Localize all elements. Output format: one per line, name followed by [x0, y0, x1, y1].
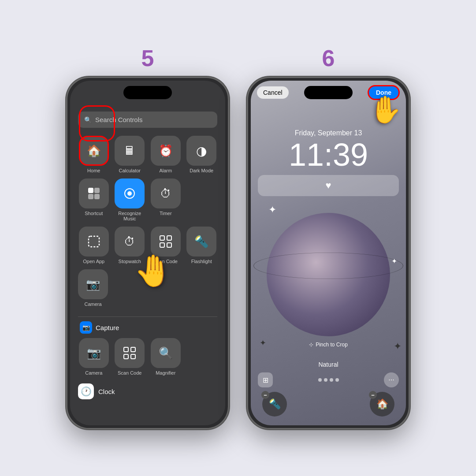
search-controls-text: Search Controls — [95, 116, 143, 123]
control-darkmode[interactable]: ◑ Dark Mode — [186, 136, 218, 173]
darkmode-icon: ◑ — [186, 136, 216, 166]
control-alarm[interactable]: ⏰ Alarm — [150, 136, 182, 173]
control-camera-main[interactable]: 📷 Camera — [78, 269, 108, 307]
calculator-icon: 🖩 — [115, 136, 145, 166]
capture-magnifier[interactable]: 🔍 Magnifier — [150, 338, 182, 376]
phone-6-inner: Cancel Done 🤚 Friday, September 13 11:39… — [251, 81, 406, 425]
stopwatch-label: Stopwatch — [119, 259, 141, 264]
calculator-label: Calculator — [119, 168, 141, 173]
search-bar[interactable]: 🔍 Search Controls — [78, 112, 217, 128]
svg-rect-1 — [94, 188, 100, 193]
sparkle-1: ✦ — [268, 204, 276, 216]
section-divider — [78, 316, 217, 317]
svg-rect-8 — [160, 243, 164, 247]
home-label: Home — [87, 168, 100, 173]
open-app-icon — [79, 227, 109, 257]
camera-main-label: Camera — [84, 301, 101, 307]
control-calculator[interactable]: 🖩 Calculator — [114, 136, 146, 173]
ls-home-btn[interactable]: − 🏠 — [370, 392, 394, 416]
pinch-label: Pinch to Crop — [316, 342, 348, 348]
ls-controls-row: − 🔦 − 🏠 — [258, 392, 399, 416]
ls-widget: ♥ — [258, 175, 399, 196]
controls-row-3: Open App ⏱ Stopwatch Scan Code — [78, 227, 217, 264]
alarm-label: Alarm — [159, 168, 172, 173]
capture-scan-icon — [115, 338, 145, 368]
done-button[interactable]: Done — [368, 85, 400, 100]
ls-heart-icon: ♥ — [325, 180, 331, 191]
capture-camera-icon: 📷 — [79, 338, 109, 368]
control-shortcut[interactable]: Shortcut — [78, 178, 110, 221]
ls-time: 11:39 — [289, 139, 368, 171]
recognize-music-icon — [115, 178, 145, 208]
svg-rect-2 — [88, 194, 93, 199]
open-app-label: Open App — [83, 259, 104, 264]
ls-orbit — [253, 253, 403, 279]
control-stopwatch[interactable]: ⏱ Stopwatch — [114, 227, 146, 264]
home-minus: − — [369, 391, 377, 399]
svg-rect-7 — [167, 236, 171, 240]
search-icon: 🔍 — [84, 116, 92, 123]
capture-section-label: Capture — [96, 324, 119, 331]
capture-section-header: 📷 Capture — [78, 321, 217, 334]
clock-icon: 🕐 — [78, 383, 94, 399]
ls-bottom: Natural ⊞ ··· — [251, 357, 406, 425]
lockscreen: Friday, September 13 11:39 ♥ ✦ ✦ ✦ — [251, 81, 406, 425]
phone-6: Cancel Done 🤚 Friday, September 13 11:39… — [247, 77, 410, 429]
controls-row-2: Shortcut Recognize Music ⏱ Timer — [78, 178, 217, 221]
ls-more-icon[interactable]: ··· — [384, 372, 399, 387]
alarm-icon: ⏰ — [151, 136, 181, 166]
timer-icon: ⏱ — [151, 178, 181, 208]
capture-camera[interactable]: 📷 Camera — [78, 338, 110, 376]
control-recognize-music[interactable]: Recognize Music — [114, 178, 146, 221]
darkmode-label: Dark Mode — [190, 168, 213, 173]
svg-rect-5 — [89, 236, 99, 247]
svg-rect-0 — [88, 188, 93, 193]
step-6: 6 Cancel Done 🤚 Friday, September 13 11:… — [247, 47, 410, 429]
cancel-button[interactable]: Cancel — [257, 86, 289, 99]
svg-rect-6 — [160, 236, 164, 240]
control-home[interactable]: 🏠 Home — [78, 136, 110, 173]
pinch-to-crop: ⊹ Pinch to Crop — [309, 342, 348, 348]
capture-scan[interactable]: Scan Code — [114, 338, 146, 376]
step-6-number: 6 — [322, 47, 335, 70]
phone1-screen: 🔍 Search Controls 🏠 Home 🖩 Calculator — [70, 81, 225, 425]
shortcut-icon — [79, 178, 109, 208]
phone-5: 🤚 🔍 Search Controls 🏠 Home — [66, 77, 229, 429]
clock-row: 🕐 Clock — [78, 382, 217, 401]
ls-dot-4 — [335, 378, 339, 382]
ls-dots — [318, 378, 339, 382]
control-timer[interactable]: ⏱ Timer — [150, 178, 182, 221]
sparkle-3: ✦ — [260, 338, 266, 348]
control-flashlight[interactable]: 🔦 Flashlight — [186, 227, 218, 264]
capture-camera-label: Camera — [85, 370, 102, 376]
ls-flashlight-btn[interactable]: − 🔦 — [262, 392, 287, 416]
svg-rect-11 — [131, 347, 135, 352]
recognize-music-label: Recognize Music — [114, 211, 146, 221]
flashlight-minus: − — [261, 391, 269, 399]
control-open-app[interactable]: Open App — [78, 227, 110, 264]
control-empty — [186, 178, 218, 221]
sparkle-4: ✦ — [394, 341, 402, 352]
capture-magnifier-label: Magnifier — [156, 370, 175, 376]
control-scan-code[interactable]: Scan Code — [150, 227, 182, 264]
svg-point-4 — [127, 191, 132, 196]
lockscreen-top: Friday, September 13 11:39 ♥ — [251, 105, 406, 200]
main-container: 5 🤚 🔍 Search Controls — [48, 29, 428, 447]
dynamic-island-6 — [304, 86, 353, 99]
ls-gallery-icon[interactable]: ⊞ — [258, 372, 273, 387]
svg-rect-3 — [94, 194, 100, 199]
stopwatch-icon: ⏱ — [115, 227, 145, 257]
flashlight-label: Flashlight — [191, 259, 212, 264]
ls-date: Friday, September 13 — [295, 129, 362, 137]
capture-scan-label: Scan Code — [118, 370, 141, 376]
ls-dot-1 — [318, 378, 322, 382]
shortcut-label: Shortcut — [85, 211, 103, 216]
ls-dot-2 — [324, 378, 327, 382]
svg-rect-10 — [124, 347, 128, 352]
ls-photo-area: ✦ ✦ ✦ ✦ ⊹ Pinch to Crop — [251, 200, 406, 357]
step-5: 5 🤚 🔍 Search Controls — [66, 47, 229, 429]
ls-dots-row: ⊞ ··· — [258, 372, 399, 387]
ls-natural: Natural — [318, 361, 338, 368]
controls-row-1: 🏠 Home 🖩 Calculator ⏰ Alarm ◑ — [78, 136, 217, 173]
dynamic-island-5 — [123, 86, 172, 99]
